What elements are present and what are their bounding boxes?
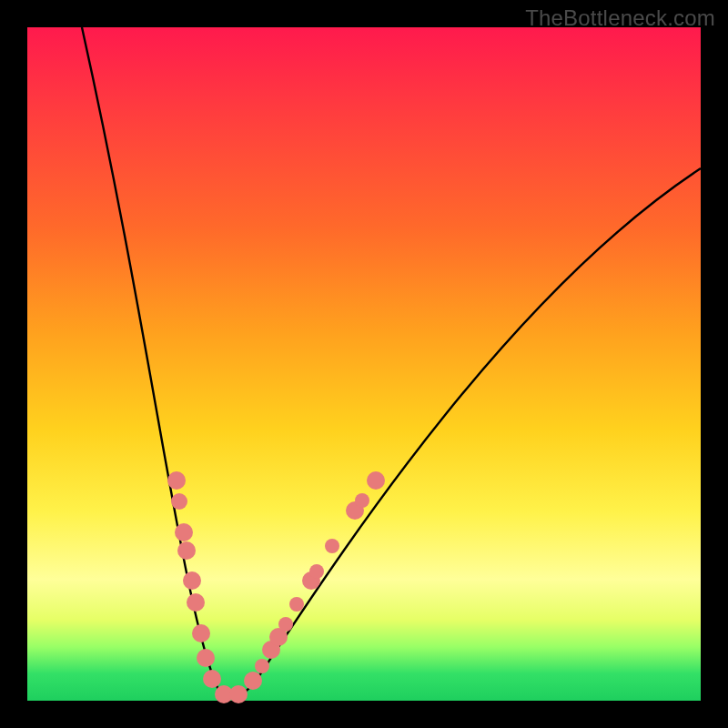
bottleneck-curve	[82, 27, 701, 697]
data-dot	[289, 597, 304, 612]
data-dot	[167, 471, 186, 490]
data-dot	[203, 670, 221, 688]
data-dot	[187, 593, 205, 612]
chart-frame: TheBottleneck.com	[0, 0, 728, 728]
data-dot	[229, 685, 248, 703]
data-dot	[367, 471, 385, 490]
data-dot	[309, 564, 324, 579]
data-dot	[183, 571, 201, 590]
dot-layer	[167, 471, 385, 703]
data-dot	[171, 493, 187, 510]
curve-svg	[27, 27, 701, 701]
data-dot	[177, 541, 196, 560]
data-dot	[244, 672, 262, 690]
data-dot	[192, 624, 210, 642]
data-dot	[355, 493, 369, 508]
data-dot	[278, 617, 293, 632]
data-dot	[175, 523, 193, 541]
data-dot	[197, 649, 215, 667]
data-dot	[255, 659, 269, 673]
data-dot	[325, 539, 339, 553]
plot-area	[27, 27, 701, 701]
